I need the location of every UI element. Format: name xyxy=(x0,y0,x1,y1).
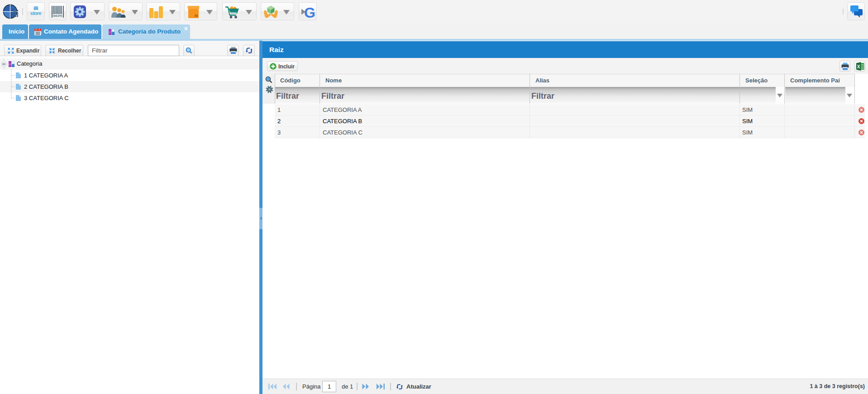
svg-text:BOLETO: BOLETO xyxy=(53,14,62,17)
svg-text:X: X xyxy=(857,64,860,69)
svg-text:G: G xyxy=(304,5,315,19)
